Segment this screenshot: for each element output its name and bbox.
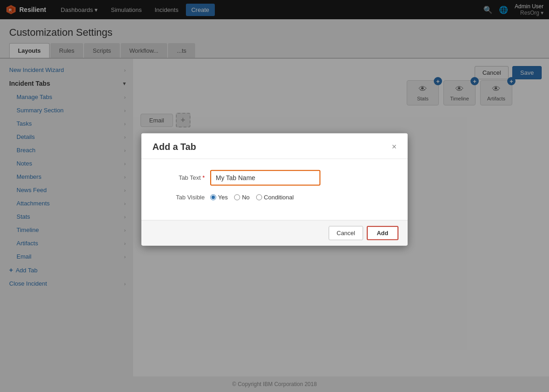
modal-tab-text-row: Tab Text * xyxy=(154,170,395,185)
modal-close-button[interactable]: × xyxy=(392,142,397,151)
modal-tab-visible-radio-group: Yes No Conditional xyxy=(210,193,294,200)
modal-radio-yes[interactable]: Yes xyxy=(210,193,228,200)
modal-add-button[interactable]: Add xyxy=(367,226,398,240)
modal-tab-visible-row: Tab Visible Yes No Conditional xyxy=(154,193,395,200)
modal-body: Tab Text * Tab Visible Yes No xyxy=(141,159,408,220)
modal-tab-text-label: Tab Text * xyxy=(154,174,205,181)
add-tab-modal: Add a Tab × Tab Text * Tab Visible Yes xyxy=(141,133,408,245)
modal-title: Add a Tab xyxy=(152,141,196,152)
modal-radio-conditional[interactable]: Conditional xyxy=(256,193,294,200)
modal-radio-no-input[interactable] xyxy=(234,194,240,200)
modal-radio-yes-input[interactable] xyxy=(210,194,216,200)
modal-footer: Cancel Add xyxy=(141,220,408,245)
modal-tab-text-input[interactable] xyxy=(210,170,320,185)
modal-header: Add a Tab × xyxy=(141,133,408,159)
modal-radio-no[interactable]: No xyxy=(234,193,250,200)
modal-tab-visible-label: Tab Visible xyxy=(154,193,205,200)
modal-radio-conditional-input[interactable] xyxy=(256,194,262,200)
modal-required-indicator: * xyxy=(202,174,205,181)
modal-cancel-button[interactable]: Cancel xyxy=(329,226,363,240)
